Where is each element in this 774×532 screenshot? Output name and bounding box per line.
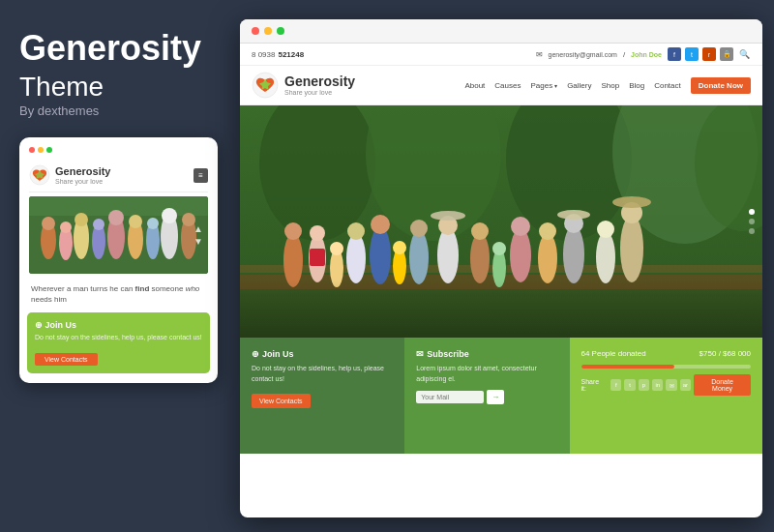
svg-point-32 — [284, 222, 302, 240]
theme-title: Generosity Theme — [19, 29, 218, 103]
down-arrow-icon: ▼ — [194, 236, 203, 247]
nav-logo-icon-svg — [252, 72, 279, 99]
subscribe-button[interactable]: → — [487, 390, 504, 404]
share-facebook-icon[interactable]: f — [610, 379, 621, 391]
mobile-hero-text: Wherever a man turns he can find someone… — [29, 280, 208, 309]
subscribe-input-row: → — [416, 390, 557, 404]
utility-right: ✉ generosity@gmail.com / John Doe f t r … — [536, 47, 751, 61]
mobile-logo-area: Generosity Share your love — [29, 164, 110, 186]
svg-point-63 — [620, 215, 643, 282]
nav-logo-name: Generosity — [284, 74, 355, 89]
join-text: Do not stay on the sidelines, help us, p… — [252, 364, 393, 384]
share-email-icon[interactable]: ✉ — [666, 379, 676, 391]
subscribe-email-input[interactable] — [416, 391, 484, 403]
svg-point-41 — [370, 226, 391, 284]
nav-logo-tagline: Share your love — [284, 89, 355, 96]
mobile-join-button[interactable]: View Contacts — [35, 353, 98, 366]
svg-point-4 — [42, 217, 55, 230]
join-section: ⊕ Join Us Do not stay on the sidelines, … — [240, 338, 404, 454]
desktop-dot-green — [277, 27, 284, 35]
rss-icon: r — [702, 47, 716, 61]
svg-point-46 — [410, 220, 428, 237]
subscribe-text: Lorem ipsum dolor sit amet, consectetur … — [416, 364, 557, 384]
join-icon: ⊕ — [252, 349, 259, 359]
share-ar-icon[interactable]: ar — [680, 379, 691, 391]
people-count: 64 People donated — [581, 349, 646, 358]
join-title: ⊕ Join Us — [252, 349, 393, 359]
svg-point-40 — [347, 222, 365, 240]
mobile-dots — [29, 147, 52, 153]
svg-point-14 — [129, 215, 142, 228]
nav-contact[interactable]: Contact — [654, 81, 681, 90]
svg-point-57 — [539, 222, 556, 240]
nav-shop[interactable]: Shop — [601, 81, 619, 90]
svg-point-61 — [596, 231, 615, 283]
desktop-mockup: 8 0938 521248 ✉ generosity@gmail.com / J… — [240, 19, 762, 517]
join-button[interactable]: View Contacts — [252, 394, 311, 408]
svg-point-62 — [597, 221, 614, 238]
share-row: Share it: f t p in ✉ ar Donate Money — [581, 374, 752, 396]
share-label: Share it: — [581, 378, 606, 392]
svg-point-49 — [431, 211, 465, 221]
donate-section: 64 People donated $750 / $68 000 Share i… — [570, 338, 763, 454]
svg-point-53 — [492, 242, 506, 255]
pages-caret-icon: ▾ — [554, 82, 557, 89]
utility-email: generosity@gmail.com — [549, 51, 617, 58]
svg-point-10 — [93, 219, 104, 230]
svg-point-42 — [371, 215, 390, 234]
svg-point-58 — [563, 225, 584, 283]
mobile-top-bar — [29, 147, 208, 153]
subscribe-section: ✉ Subscribe Lorem ipsum dolor sit amet, … — [404, 338, 569, 454]
nav-gallery[interactable]: Gallery — [567, 81, 591, 90]
mobile-join-text: Do not stay on the sidelines, help us, p… — [35, 333, 202, 342]
up-arrow-icon: ▲ — [194, 223, 203, 234]
donate-amount: $750 / $68 000 — [700, 349, 751, 358]
share-twitter-icon[interactable]: t — [624, 379, 635, 391]
share-pinterest-icon[interactable]: p — [639, 379, 649, 391]
svg-point-6 — [60, 222, 72, 233]
utility-user-link[interactable]: John Doe — [631, 51, 662, 58]
nav-pages[interactable]: Pages ▾ — [530, 81, 557, 90]
desktop-top-bar — [240, 19, 762, 44]
nav-about[interactable]: About — [464, 81, 485, 90]
nav-logo: Generosity Share your love — [252, 72, 355, 99]
mobile-hero-image: ▲ ▼ — [29, 196, 208, 274]
svg-point-50 — [470, 233, 490, 283]
main-nav: Generosity Share your love About Causes … — [240, 66, 762, 105]
nav-links: About Causes Pages ▾ Gallery Shop Blog C… — [464, 77, 751, 94]
theme-author: By dexthemes — [19, 103, 218, 118]
lock-icon: 🔒 — [720, 47, 733, 61]
svg-point-8 — [74, 213, 88, 226]
svg-point-38 — [330, 242, 343, 255]
mobile-green-section: ⊕ Join Us Do not stay on the sidelines, … — [27, 312, 210, 373]
mobile-dot-yellow — [38, 147, 44, 153]
share-linkedin-icon[interactable]: in — [652, 379, 663, 391]
subscribe-title: ✉ Subscribe — [416, 349, 557, 359]
mobile-logo-text: Generosity — [55, 165, 110, 177]
donate-progress-bar — [581, 365, 752, 369]
svg-point-12 — [108, 210, 124, 225]
hero-dot-1[interactable] — [749, 209, 755, 215]
svg-point-54 — [510, 228, 531, 282]
hero-dot-2[interactable] — [749, 219, 755, 224]
mobile-hamburger-button[interactable]: ≡ — [194, 168, 208, 183]
mobile-dot-red — [29, 147, 35, 153]
nav-causes[interactable]: Causes — [494, 81, 521, 90]
donate-progress-fill — [581, 365, 675, 369]
svg-point-18 — [162, 208, 177, 223]
email-icon: ✉ — [536, 50, 543, 59]
left-panel: Generosity Theme By dexthemes Generosity — [0, 0, 237, 532]
nav-blog[interactable]: Blog — [629, 81, 644, 90]
utility-bar: 8 0938 521248 ✉ generosity@gmail.com / J… — [240, 44, 762, 66]
desktop-dot-red — [252, 27, 259, 35]
hero-overlay — [240, 280, 762, 338]
donate-money-button[interactable]: Donate Money — [694, 374, 751, 396]
subscribe-icon: ✉ — [416, 349, 424, 359]
mobile-join-title: ⊕ Join Us — [35, 320, 202, 330]
svg-rect-36 — [310, 249, 325, 266]
mobile-logo-icon — [29, 164, 50, 186]
search-icon[interactable]: 🔍 — [737, 47, 751, 61]
hero-dot-3[interactable] — [749, 228, 755, 234]
nav-donate-button[interactable]: Donate Now — [691, 77, 751, 94]
utility-social-icons: f t r 🔒 🔍 — [668, 47, 751, 61]
